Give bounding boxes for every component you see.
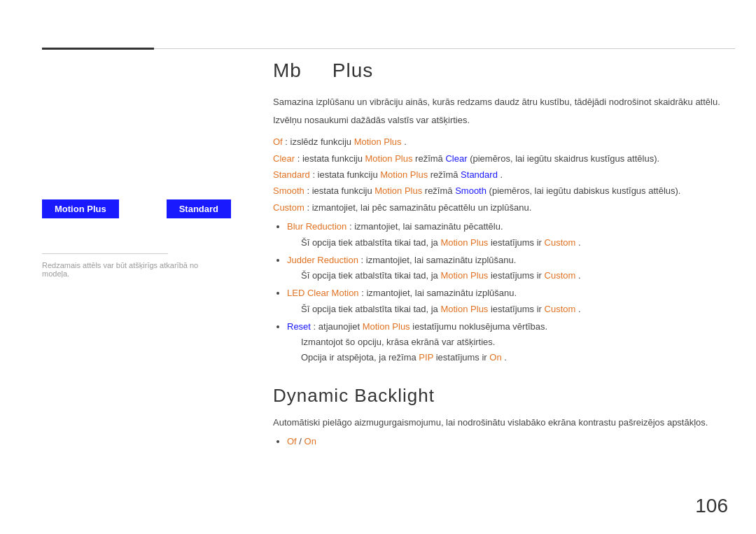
bullet-judder: Judder Reduction : izmantojiet, lai sama… xyxy=(287,252,728,283)
bullet-judder-text: : izmantojiet, lai samazinātu izplūšanu. xyxy=(361,255,517,265)
bullet-reset-text: : atjaunojiet xyxy=(314,321,363,332)
bullet-judder-sub-pre: Šī opcija tiek atbalstīta tikai tad, ja xyxy=(301,270,440,281)
section1-title: Mb Plus xyxy=(273,59,728,82)
option-standard-suffix: . xyxy=(500,169,503,180)
option-smooth-keyword1: Motion Plus xyxy=(374,185,422,196)
option-standard-text: : iestata funkciju xyxy=(312,169,380,180)
option-of-suffix: . xyxy=(404,136,407,147)
page-number: 106 xyxy=(695,495,728,517)
motion-plus-button[interactable]: Motion Plus xyxy=(42,199,119,218)
top-line-right xyxy=(154,48,735,49)
top-divider xyxy=(0,48,756,50)
bullet-led-sub-pre: Šī opcija tiek atbalstīta tikai tad, ja xyxy=(301,304,440,314)
sidebar: Motion Plus Standard Redzamais attēls va… xyxy=(42,59,238,278)
option-clear-mid: režīmā xyxy=(415,153,445,164)
option-clear-text: : iestata funkciju xyxy=(298,153,365,164)
option-of-text: : izslēdz funkciju xyxy=(285,136,354,147)
bullet-reset: Reset : atjaunojiet Motion Plus iestatīj… xyxy=(287,318,728,366)
option-clear: Clear : iestata funkciju Motion Plus rež… xyxy=(273,150,728,167)
bullet-led-sub-kw1: Motion Plus xyxy=(440,304,488,314)
option-custom-label: Custom xyxy=(273,202,304,213)
bullet-reset-sub1: Izmantojot šo opciju, krāsa ekrānā var a… xyxy=(301,335,728,350)
bullet-judder-sub-mid: iestatījums ir xyxy=(491,270,545,281)
section1-intro2: Izvēlņu nosaukumi dažādās valstīs var at… xyxy=(273,113,728,128)
bullet-blur-sub-kw1: Motion Plus xyxy=(440,237,488,248)
bullet-blur: Blur Reduction : izmantojiet, lai samazi… xyxy=(287,218,728,250)
option-clear-label: Clear xyxy=(273,153,295,164)
bullet-reset-sub2-kw1: PIP xyxy=(419,352,433,363)
option-smooth-keyword2: Smooth xyxy=(455,185,486,196)
section1-title-part1: Mb xyxy=(273,59,302,81)
sidebar-menu-row: Motion Plus Standard xyxy=(42,199,231,218)
option-smooth-label: Smooth xyxy=(273,185,304,196)
option-custom-text: : izmantojiet, lai pēc samazinātu pēcatt… xyxy=(307,202,531,213)
option-smooth-suffix: (piemēros, lai iegūtu dabiskus kustīgus … xyxy=(489,185,681,196)
bullet-reset-sub2-suffix: . xyxy=(504,352,507,363)
bullet-led-sub-kw2: Custom xyxy=(545,304,576,314)
bullet-led-sub-suffix: . xyxy=(578,304,581,314)
option-of-keyword: Motion Plus xyxy=(354,136,402,147)
section1-intro1: Samazina izplūšanu un vibrāciju ainās, k… xyxy=(273,94,728,110)
section2-options-item: Of / On xyxy=(287,433,728,449)
bullet-blur-sub-pre: Šī opcija tiek atbalstīta tikai tad, ja xyxy=(301,237,440,248)
bullet-reset-sub2: Opcija ir atspējota, ja režīma PIP iesta… xyxy=(301,350,728,365)
bullet-led-sub-mid: iestatījums ir xyxy=(491,304,545,314)
bullet-blur-sub: Šī opcija tiek atbalstīta tikai tad, ja … xyxy=(301,235,728,251)
main-content: Mb Plus Samazina izplūšanu un vibrāciju … xyxy=(273,59,728,451)
bullet-blur-text: : izmantojiet, lai samazinātu pēcattēlu. xyxy=(349,221,503,232)
bullet-led-sub: Šī opcija tiek atbalstīta tikai tad, ja … xyxy=(301,302,728,317)
option-standard-label: Standard xyxy=(273,169,310,180)
option-smooth-mid: režīmā xyxy=(425,185,455,196)
option-standard-mid: režīmā xyxy=(430,169,461,180)
bullet-led-text: : izmantojiet, lai samazinātu izplūšanu. xyxy=(361,288,517,298)
bullet-reset-sub2-mid: iestatījums ir xyxy=(436,352,490,363)
option-of: Of : izslēdz funkciju Motion Plus . xyxy=(273,134,728,150)
bullet-list: Blur Reduction : izmantojiet, lai samazi… xyxy=(287,218,728,365)
section2-intro: Automātiski pielāgo aizmugurgaismojumu, … xyxy=(273,415,728,430)
option-smooth: Smooth : iestata funkciju Motion Plus re… xyxy=(273,183,728,199)
sidebar-divider xyxy=(42,253,168,254)
bullet-blur-sub-kw2: Custom xyxy=(545,237,576,248)
option-custom: Custom : izmantojiet, lai pēc samazinātu… xyxy=(273,199,728,216)
top-line-left xyxy=(42,48,154,50)
sidebar-menu-item: Motion Plus Standard xyxy=(42,199,238,218)
bullet-blur-sub-suffix: . xyxy=(578,237,581,248)
standard-button[interactable]: Standard xyxy=(167,199,231,218)
bullet-led: LED Clear Motion : izmantojiet, lai sama… xyxy=(287,285,728,316)
option-clear-keyword1: Motion Plus xyxy=(365,153,413,164)
option-clear-suffix: (piemēros, lai iegūtu skaidrus kustīgus … xyxy=(470,153,659,164)
bullet-judder-sub: Šī opcija tiek atbalstīta tikai tad, ja … xyxy=(301,268,728,283)
section2-off-label: Of xyxy=(287,436,297,447)
bullet-reset-label: Reset xyxy=(287,321,311,332)
section2-title: Dynamic Backlight xyxy=(273,385,728,407)
bullet-reset-kw1: Motion Plus xyxy=(363,321,410,332)
option-clear-keyword2: Clear xyxy=(445,153,467,164)
bullet-reset-mid: iestatījumu noklusējuma vērtības. xyxy=(412,321,547,332)
option-standard-keyword1: Motion Plus xyxy=(380,169,428,180)
bullet-judder-sub-kw1: Motion Plus xyxy=(440,270,488,281)
option-smooth-text: : iestata funkciju xyxy=(307,185,374,196)
bullet-blur-label: Blur Reduction xyxy=(287,221,346,232)
bullet-reset-sub2-kw2: On xyxy=(489,352,501,363)
bullet-blur-sub-mid: iestatījums ir xyxy=(491,237,545,248)
bullet-judder-sub-kw2: Custom xyxy=(545,270,576,281)
option-standard-keyword2: Standard xyxy=(461,169,498,180)
bullet-judder-label: Judder Reduction xyxy=(287,255,358,265)
section2-sep: / xyxy=(299,436,304,447)
section1-title-part2: Plus xyxy=(332,59,373,81)
bullet-led-label: LED Clear Motion xyxy=(287,288,359,298)
option-of-label: Of xyxy=(273,136,283,147)
bullet-reset-sub1-text: Izmantojot šo opciju, krāsa ekrānā var a… xyxy=(301,337,495,347)
section2-options: Of / On xyxy=(287,433,728,449)
sidebar-note: Redzamais attēls var būt atšķirīgs atkar… xyxy=(42,261,210,278)
option-standard: Standard : iestata funkciju Motion Plus … xyxy=(273,167,728,183)
bullet-reset-sub2-pre: Opcija ir atspējota, ja režīma xyxy=(301,352,419,363)
bullet-judder-sub-suffix: . xyxy=(578,270,581,281)
section2-on-label: On xyxy=(304,436,316,447)
